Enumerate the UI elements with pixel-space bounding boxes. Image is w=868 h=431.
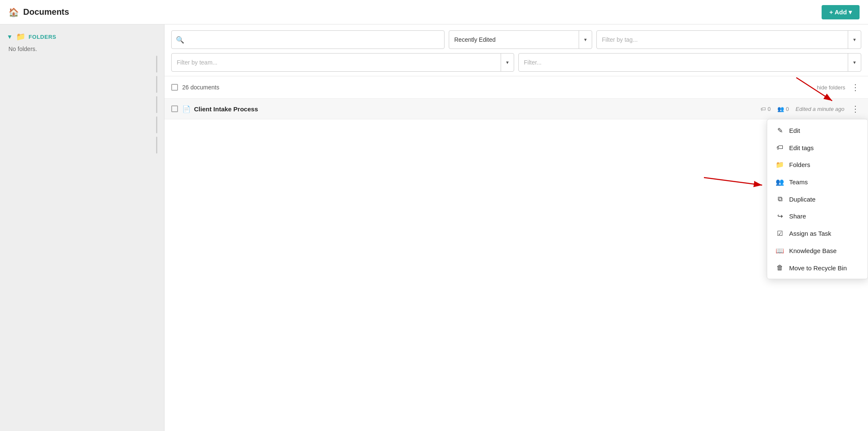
- doc-edited-time: Edited a minute ago: [795, 106, 844, 112]
- search-icon: 🔍: [176, 36, 184, 44]
- doc-name[interactable]: Client Intake Process: [194, 105, 760, 113]
- context-menu-teams[interactable]: 👥 Teams: [767, 173, 868, 191]
- header-left: 🏠 Documents: [8, 7, 69, 17]
- filter-label: Filter...: [519, 59, 848, 66]
- context-menu-duplicate[interactable]: ⧉ Duplicate: [767, 191, 868, 207]
- context-menu-edit-label: Edit: [789, 127, 800, 134]
- doc-collaborators-count: 0: [786, 106, 789, 112]
- context-menu-assign-as-task[interactable]: ☑ Assign as Task: [767, 225, 868, 242]
- hide-folders-button[interactable]: hide folders: [817, 84, 845, 91]
- folders-label: FOLDERS: [29, 34, 57, 40]
- folders-header: ▼ 📁 FOLDERS: [7, 32, 157, 41]
- recently-edited-select[interactable]: Recently Edited ▾: [449, 30, 592, 49]
- context-menu-recycle-bin-label: Move to Recycle Bin: [789, 264, 847, 272]
- collaborators-icon: 👥: [777, 106, 784, 112]
- filter-arrow: ▾: [848, 54, 861, 71]
- search-input[interactable]: [187, 36, 440, 43]
- doc-more-button[interactable]: ⋮: [849, 103, 861, 115]
- sidebar-divider-2: [156, 76, 157, 93]
- context-menu: ✎ Edit 🏷 Edit tags 📁 Folders 👥 Teams: [767, 119, 868, 279]
- context-menu-recycle-bin[interactable]: 🗑 Move to Recycle Bin: [767, 259, 868, 276]
- edit-icon: ✎: [776, 127, 784, 135]
- share-icon: ↪: [776, 212, 784, 220]
- doc-tags-meta: 🏷 0: [760, 106, 771, 112]
- filter-select[interactable]: Filter... ▾: [518, 53, 861, 72]
- teams-icon: 👥: [776, 178, 784, 186]
- sidebar-divider-3: [156, 96, 157, 113]
- context-menu-knowledge-base[interactable]: 📖 Knowledge Base: [767, 242, 868, 259]
- filter-tag-arrow: ▾: [848, 31, 861, 48]
- arrow-annotation-2: [700, 173, 771, 194]
- add-button[interactable]: + Add ▾: [822, 5, 860, 19]
- folders-icon: 📁: [776, 161, 784, 169]
- filter-row-1: 🔍 Recently Edited ▾ Filter by tag... ▾: [171, 30, 861, 49]
- context-menu-folders-label: Folders: [789, 161, 810, 168]
- doc-file-icon: 📄: [182, 105, 191, 113]
- context-menu-share[interactable]: ↪ Share: [767, 207, 868, 225]
- folder-icon: 📁: [16, 32, 25, 41]
- context-menu-teams-label: Teams: [789, 178, 808, 186]
- edit-tags-icon: 🏷: [776, 144, 784, 151]
- doc-list-header: 26 documents hide folders ⋮: [164, 76, 868, 99]
- duplicate-icon: ⧉: [776, 195, 784, 203]
- search-box[interactable]: 🔍: [171, 30, 445, 49]
- tag-icon: 🏷: [760, 106, 766, 112]
- sidebar: ▼ 📁 FOLDERS No folders.: [0, 24, 164, 431]
- doc-collaborators-meta: 👥 0: [777, 106, 789, 112]
- doc-count-row: 26 documents: [171, 84, 219, 91]
- filter-team-select[interactable]: Filter by team... ▾: [171, 53, 514, 72]
- doc-count-label: 26 documents: [182, 84, 219, 91]
- filter-team-label: Filter by team...: [172, 59, 501, 66]
- sidebar-divider-5: [156, 137, 157, 154]
- context-menu-edit-tags-label: Edit tags: [789, 144, 814, 151]
- document-row: 📄 Client Intake Process 🏷 0 👥 0 Edited a…: [164, 99, 868, 119]
- filter-bar: 🔍 Recently Edited ▾ Filter by tag... ▾ F…: [164, 24, 868, 76]
- context-menu-edit-tags[interactable]: 🏷 Edit tags: [767, 139, 868, 156]
- doc-meta: 🏷 0 👥 0: [760, 106, 789, 112]
- recycle-bin-icon: 🗑: [776, 264, 784, 272]
- sidebar-divider-1: [156, 56, 157, 73]
- doc-list-actions: hide folders ⋮: [817, 81, 861, 93]
- filter-tag-select[interactable]: Filter by tag... ▾: [596, 30, 861, 49]
- context-menu-edit[interactable]: ✎ Edit: [767, 122, 868, 139]
- layout: ▼ 📁 FOLDERS No folders. 🔍 Recently Edite…: [0, 24, 868, 431]
- context-menu-folders[interactable]: 📁 Folders: [767, 156, 868, 173]
- filter-tag-label: Filter by tag...: [597, 36, 848, 43]
- assign-task-icon: ☑: [776, 229, 784, 237]
- recently-edited-arrow: ▾: [579, 31, 592, 48]
- chevron-down-icon[interactable]: ▼: [7, 33, 13, 40]
- doc-list-more-button[interactable]: ⋮: [849, 81, 861, 93]
- doc-tags-count: 0: [768, 106, 771, 112]
- no-folders-text: No folders.: [7, 46, 157, 52]
- page-title: Documents: [23, 7, 69, 17]
- context-menu-knowledge-base-label: Knowledge Base: [789, 247, 837, 254]
- doc-checkbox[interactable]: [171, 105, 178, 112]
- sidebar-divider-4: [156, 116, 157, 133]
- recently-edited-label: Recently Edited: [449, 36, 579, 43]
- filter-team-arrow: ▾: [501, 54, 514, 71]
- main-content: 🔍 Recently Edited ▾ Filter by tag... ▾ F…: [164, 24, 868, 431]
- knowledge-base-icon: 📖: [776, 247, 784, 255]
- filter-row-2: Filter by team... ▾ Filter... ▾: [171, 53, 861, 72]
- header: 🏠 Documents + Add ▾: [0, 0, 868, 24]
- select-all-checkbox[interactable]: [171, 84, 178, 91]
- svg-line-3: [704, 178, 762, 185]
- context-menu-share-label: Share: [789, 213, 806, 220]
- context-menu-duplicate-label: Duplicate: [789, 196, 816, 203]
- home-icon: 🏠: [8, 7, 19, 17]
- context-menu-assign-task-label: Assign as Task: [789, 230, 831, 237]
